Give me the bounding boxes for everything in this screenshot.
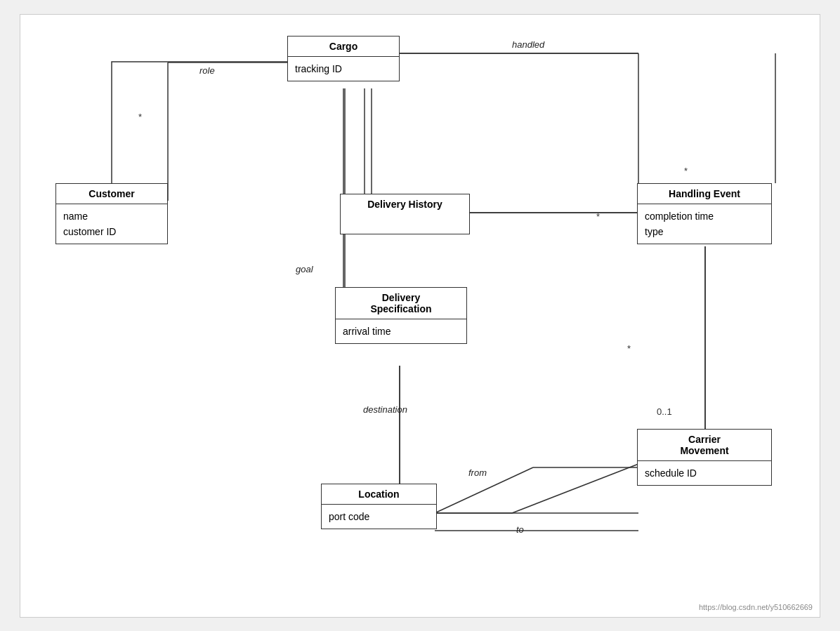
cargo-box: Cargo tracking ID [287, 36, 400, 81]
cargo-body: tracking ID [288, 57, 399, 81]
delivery-history-header: Delivery History [341, 194, 469, 214]
star-handling-event-label: * [627, 343, 631, 354]
carrier-movement-box: CarrierMovement schedule ID [637, 429, 772, 486]
diagram-container: Cargo tracking ID Customer name customer… [20, 14, 820, 618]
svg-line-11 [512, 464, 638, 513]
cargo-header: Cargo [288, 36, 399, 57]
customer-body: name customer ID [56, 204, 167, 244]
customer-attr-2: customer ID [63, 224, 160, 239]
delivery-history-box: Delivery History [340, 194, 470, 234]
delivery-spec-box: DeliverySpecification arrival time [335, 287, 467, 344]
location-box: Location port code [321, 484, 437, 529]
location-body: port code [322, 505, 436, 529]
star2-label: * [684, 166, 688, 176]
carrier-movement-body: schedule ID [638, 461, 771, 485]
destination-label: destination [363, 404, 407, 415]
handling-event-attr-1: completion time [645, 208, 764, 224]
cargo-attr-1: tracking ID [295, 61, 392, 77]
handling-event-box: Handling Event completion time type [637, 183, 772, 245]
handled-label: handled [512, 39, 544, 50]
delivery-spec-attr-1: arrival time [343, 324, 459, 339]
from-label: from [468, 467, 487, 478]
carrier-movement-attr-1: schedule ID [645, 465, 764, 481]
handling-event-attr-2: type [645, 224, 764, 239]
location-header: Location [322, 484, 436, 505]
star-delivery-history-label: * [596, 211, 600, 222]
to-label: to [516, 524, 524, 535]
star01-label: 0..1 [657, 406, 672, 417]
customer-attr-1: name [63, 208, 160, 224]
delivery-spec-body: arrival time [336, 319, 466, 343]
carrier-movement-header: CarrierMovement [638, 430, 771, 461]
customer-box: Customer name customer ID [55, 183, 168, 245]
customer-header: Customer [56, 184, 167, 204]
handling-event-header: Handling Event [638, 184, 771, 204]
url-label: https://blog.csdn.net/y510662669 [699, 603, 813, 611]
star1-label: * [138, 112, 142, 122]
delivery-spec-header: DeliverySpecification [336, 288, 466, 319]
goal-label: goal [296, 264, 313, 274]
location-attr-1: port code [329, 509, 429, 524]
role-label: role [199, 65, 215, 76]
handling-event-body: completion time type [638, 204, 771, 244]
